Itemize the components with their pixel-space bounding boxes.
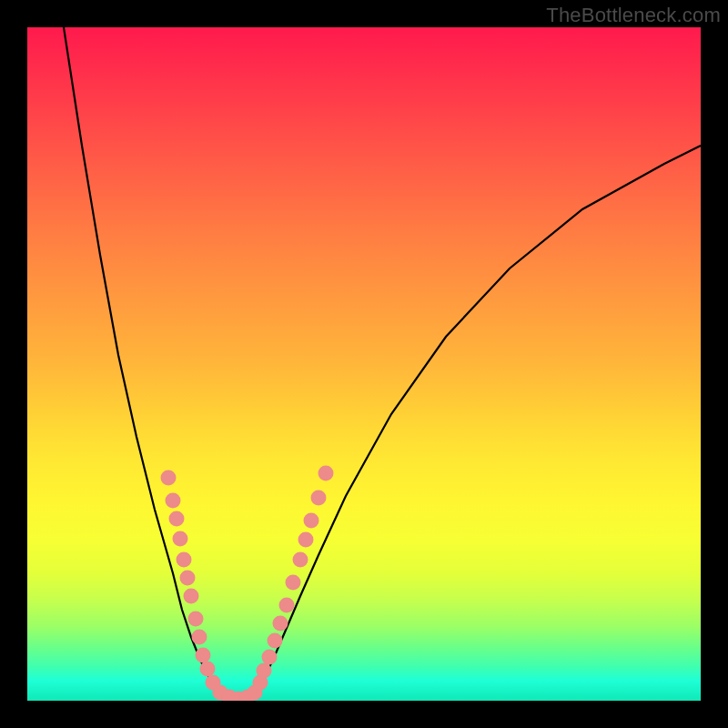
data-dot — [200, 662, 216, 677]
data-dot — [192, 630, 207, 645]
data-dot — [180, 571, 196, 586]
data-dot — [279, 598, 295, 613]
data-dot — [184, 589, 199, 604]
data-dot — [273, 616, 288, 632]
data-dot — [298, 532, 314, 548]
data-dot — [196, 648, 211, 663]
data-dot — [262, 650, 278, 665]
data-dot — [286, 575, 301, 591]
watermark-text: TheBottleneck.com — [546, 4, 721, 27]
data-dot — [293, 552, 308, 568]
chart-plot-area — [27, 27, 701, 701]
data-dot — [268, 633, 283, 649]
data-dot — [304, 513, 319, 529]
dots-right-group — [253, 466, 334, 691]
data-dot — [169, 511, 185, 527]
data-dot — [311, 490, 327, 506]
chart-svg — [27, 27, 701, 701]
bottleneck-curve — [64, 27, 701, 698]
data-dot — [177, 552, 192, 568]
data-dot — [166, 493, 181, 509]
data-dot — [188, 612, 204, 627]
data-dot — [173, 531, 188, 547]
data-dot — [257, 663, 272, 679]
data-dot — [161, 470, 177, 486]
curve-group — [64, 27, 701, 698]
data-dot — [318, 466, 334, 481]
